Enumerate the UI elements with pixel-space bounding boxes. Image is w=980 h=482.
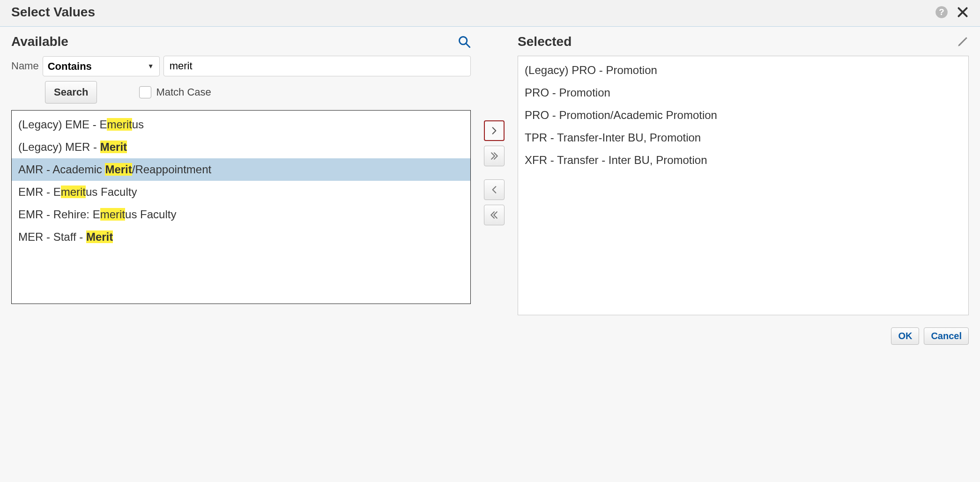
- filter-value-input[interactable]: [163, 56, 471, 76]
- list-item[interactable]: PRO - Promotion/Academic Promotion: [518, 104, 968, 126]
- list-item[interactable]: MER - Staff - Merit: [12, 226, 470, 248]
- ok-button[interactable]: OK: [891, 327, 919, 345]
- list-item[interactable]: TPR - Transfer-Inter BU, Promotion: [518, 126, 968, 149]
- filter-operator-select[interactable]: Contains: [43, 56, 160, 76]
- available-pane: Available Name Contains ▼: [11, 32, 471, 315]
- filter-label: Name: [11, 60, 39, 72]
- list-item[interactable]: (Legacy) MER - Merit: [12, 136, 470, 158]
- move-left-button[interactable]: [484, 179, 505, 200]
- available-listbox[interactable]: (Legacy) EME - Emeritus(Legacy) MER - Me…: [11, 110, 471, 304]
- pencil-icon[interactable]: [957, 36, 969, 48]
- shuttle-controls: [480, 32, 508, 315]
- list-item[interactable]: (Legacy) PRO - Promotion: [518, 59, 968, 82]
- selected-heading: Selected: [518, 34, 572, 49]
- help-icon[interactable]: ?: [935, 6, 948, 19]
- move-all-right-button[interactable]: [484, 146, 505, 166]
- match-case-checkbox[interactable]: [139, 86, 151, 98]
- match-case-label: Match Case: [156, 86, 211, 98]
- close-icon[interactable]: [957, 6, 969, 18]
- select-values-dialog: Select Values ? Available Name: [0, 0, 980, 349]
- search-icon[interactable]: [458, 35, 471, 48]
- dialog-footer: OK Cancel: [0, 319, 980, 349]
- cancel-button[interactable]: Cancel: [924, 327, 969, 345]
- list-item[interactable]: EMR - Rehire: Emeritus Faculty: [12, 203, 470, 226]
- list-item[interactable]: (Legacy) EME - Emeritus: [12, 113, 470, 136]
- selected-pane: Selected (Legacy) PRO - PromotionPRO - P…: [518, 32, 969, 315]
- move-all-left-button[interactable]: [484, 205, 505, 225]
- available-heading: Available: [11, 34, 68, 49]
- svg-line-3: [466, 44, 470, 47]
- selected-listbox[interactable]: (Legacy) PRO - PromotionPRO - PromotionP…: [518, 56, 969, 315]
- search-button[interactable]: Search: [45, 81, 97, 104]
- dialog-titlebar: Select Values ?: [0, 0, 980, 27]
- svg-text:?: ?: [939, 7, 944, 17]
- move-right-button[interactable]: [484, 120, 505, 141]
- list-item[interactable]: EMR - Emeritus Faculty: [12, 181, 470, 203]
- list-item[interactable]: XFR - Transfer - Inter BU, Promotion: [518, 149, 968, 171]
- list-item[interactable]: PRO - Promotion: [518, 82, 968, 104]
- dialog-title: Select Values: [11, 5, 95, 20]
- list-item[interactable]: AMR - Academic Merit/Reappointment: [12, 158, 470, 181]
